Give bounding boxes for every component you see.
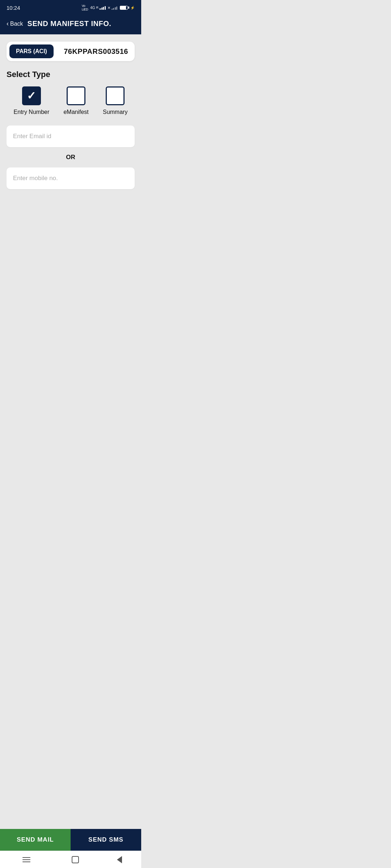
signal-bars-2	[112, 5, 118, 10]
checkbox-emanifest[interactable]: eManifest	[63, 86, 88, 115]
vo-lied-icon: VoLiED	[82, 4, 88, 11]
checkbox-summary[interactable]: Summary	[103, 86, 127, 115]
pars-badge: PARS (ACI)	[9, 44, 54, 58]
checkbox-entry-number[interactable]: ✓ Entry Number	[14, 86, 50, 115]
back-label: Back	[10, 21, 23, 27]
page-title: SEND MANIFEST INFO.	[28, 20, 112, 28]
emanifest-label: eManifest	[63, 109, 88, 115]
x-icon: ✕	[108, 6, 110, 10]
signal-bars-1	[100, 5, 106, 10]
back-button[interactable]: ‹ Back	[7, 20, 23, 27]
status-icons: VoLiED 4G R ✕ ⚡	[82, 4, 135, 11]
type-checkboxes-row: ✓ Entry Number eManifest Summary	[7, 86, 135, 115]
mobile-input[interactable]	[7, 167, 135, 189]
checkbox-summary-box[interactable]	[106, 86, 125, 105]
checkbox-entry-number-box[interactable]: ✓	[22, 86, 41, 105]
pars-card: PARS (ACI) 76KPPARS003516	[7, 42, 135, 61]
main-content: PARS (ACI) 76KPPARS003516 Select Type ✓ …	[0, 34, 141, 196]
checkbox-emanifest-box[interactable]	[67, 86, 85, 105]
summary-label: Summary	[103, 109, 127, 115]
entry-number-label: Entry Number	[14, 109, 50, 115]
status-bar: 10:24 VoLiED 4G R ✕ ⚡	[0, 0, 141, 14]
4g-icon: 4G	[90, 6, 95, 10]
app-header: ‹ Back SEND MANIFEST INFO.	[0, 14, 141, 34]
back-chevron-icon: ‹	[7, 20, 9, 27]
or-divider: OR	[7, 154, 135, 161]
status-time: 10:24	[7, 5, 20, 11]
email-input[interactable]	[7, 125, 135, 147]
checkmark-icon: ✓	[27, 90, 36, 101]
battery-icon	[120, 6, 129, 10]
pars-number: 76KPPARS003516	[54, 47, 132, 56]
select-type-label: Select Type	[7, 70, 135, 79]
charging-icon: ⚡	[130, 6, 135, 10]
r-icon: R	[96, 6, 99, 9]
